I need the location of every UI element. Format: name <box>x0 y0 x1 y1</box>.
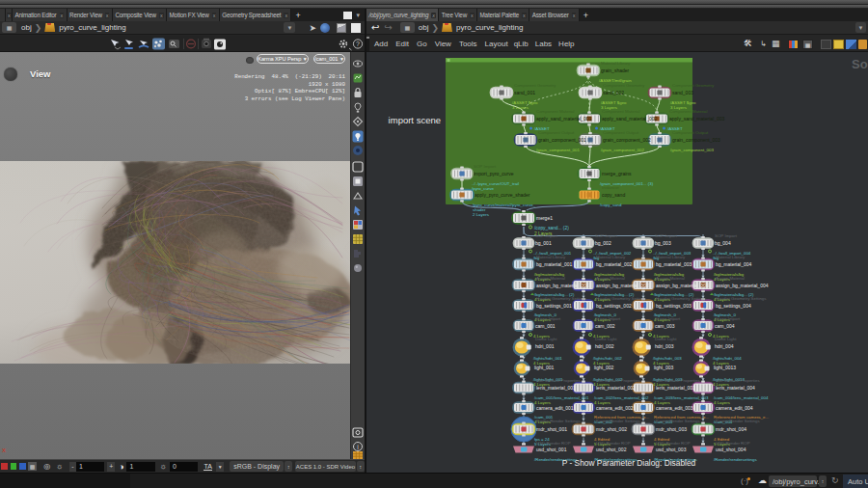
svg-text:/ASSET/mtl/grain: /ASSET/mtl/grain <box>599 78 632 83</box>
svg-text:cam_004: cam_004 <box>715 323 735 329</box>
svg-text:SOP Import: SOP Import <box>535 233 558 238</box>
svg-text:camera_edit_001: camera_edit_001 <box>536 405 574 411</box>
svg-text:hdri_002: hdri_002 <box>595 343 614 349</box>
svg-text:bg_003: bg_003 <box>655 240 671 246</box>
svg-text:mdr_shot_003: mdr_shot_003 <box>656 426 687 432</box>
svg-text:USD Render ROP: USD Render ROP <box>536 441 571 446</box>
svg-text:Houdini Geometry Settings: Houdini Geometry Settings <box>596 296 647 301</box>
svg-text:cam_003: cam_003 <box>655 323 675 329</box>
svg-text:Scene Import: Scene Import <box>535 316 561 321</box>
svg-text:copy_sand: copy_sand <box>602 192 625 198</box>
svg-text:import_pyro_curve: import_pyro_curve <box>474 171 514 176</box>
svg-text:Edit Material Properties: Edit Material Properties <box>716 378 760 383</box>
svg-text:sand_003: sand_003 <box>672 90 693 95</box>
svg-text:Houdini Geometry Settings: Houdini Geometry Settings <box>716 296 767 301</box>
svg-text:bg_material_002: bg_material_002 <box>596 261 632 267</box>
svg-text:?: ? <box>356 41 360 47</box>
svg-text:Assign Material: Assign Material <box>656 276 685 281</box>
svg-text:Material Library: Material Library <box>596 255 626 259</box>
svg-text:Sol: Sol <box>852 57 868 71</box>
svg-text:mdr_shot_004: mdr_shot_004 <box>716 426 746 432</box>
svg-text:usd_shot_002: usd_shot_002 <box>596 447 627 452</box>
svg-text:Karma Render Settings: Karma Render Settings <box>716 419 760 423</box>
svg-text:bg_material_004: bg_material_004 <box>716 261 751 267</box>
svg-text:Component Output: Component Output <box>538 130 575 135</box>
svg-text:Houdini Geometry Settings: Houdini Geometry Settings <box>536 296 587 301</box>
svg-text:/copy_sand... (2): /copy_sand... (2) <box>534 226 569 230</box>
svg-text:/grain_component_002: /grain_component_002 <box>601 148 644 152</box>
svg-text:2 Layers: 2 Layers <box>473 212 490 217</box>
svg-text:usd_shot_004: usd_shot_004 <box>716 447 746 452</box>
svg-text:../../pyro_curve/OUT_trail: ../../pyro_curve/OUT_trail <box>472 181 519 186</box>
svg-text:Houdini Geometry Settings: Houdini Geometry Settings <box>656 296 707 301</box>
svg-text:Material Library: Material Library <box>536 255 566 259</box>
svg-text:Assign Material: Assign Material <box>536 276 565 281</box>
svg-text:Scene Import: Scene Import <box>715 316 741 321</box>
svg-text:usd_shot_001: usd_shot_001 <box>536 447 567 452</box>
svg-text:bg_004: bg_004 <box>715 240 731 246</box>
svg-text:Component Material: Component Material <box>602 109 640 114</box>
svg-text:Dome Light: Dome Light <box>655 337 677 341</box>
svg-text:Edit Material Properties: Edit Material Properties <box>536 378 581 383</box>
svg-text:bg_material_003: bg_material_003 <box>656 261 692 267</box>
svg-text:bg_material_001: bg_material_001 <box>536 261 572 267</box>
svg-text:bg_settings_002: bg_settings_002 <box>596 303 632 309</box>
svg-text:/ASSET $geo: /ASSET $geo <box>670 100 696 105</box>
svg-text:lens_material_002: lens_material_002 <box>596 385 636 391</box>
svg-text:Component Output: Component Output <box>603 130 639 135</box>
svg-text:lens_material_003: lens_material_003 <box>656 385 695 391</box>
svg-text:USD Render ROP: USD Render ROP <box>596 441 631 446</box>
svg-text:bg_002: bg_002 <box>595 240 611 246</box>
svg-text:lens_material_004: lens_material_004 <box>716 385 755 391</box>
svg-text:Assign Material: Assign Material <box>596 276 625 281</box>
svg-text:hdri_001: hdri_001 <box>535 343 555 349</box>
svg-text:light_001: light_001 <box>534 365 555 370</box>
svg-text:hdri_004: hdri_004 <box>715 343 734 349</box>
svg-text:mdr_shot_001: mdr_shot_001 <box>536 426 567 432</box>
svg-text:Edit Material Properties: Edit Material Properties <box>656 378 700 383</box>
svg-text:mdr_shot_002: mdr_shot_002 <box>596 426 627 432</box>
svg-text:/ASSET $geo: /ASSET $geo <box>601 100 627 105</box>
svg-text:assign_bg_material_002: assign_bg_material_002 <box>596 283 649 288</box>
svg-text:/grain_component_001: /grain_component_001 <box>536 148 580 152</box>
svg-text:merge1: merge1 <box>536 215 553 221</box>
svg-text:grain_component_003: grain_component_003 <box>672 137 720 143</box>
svg-text:Component Geometry: Component Geometry <box>672 83 715 88</box>
svg-text:3 Layers: 3 Layers <box>512 105 529 110</box>
svg-text:sand_001: sand_001 <box>514 90 535 95</box>
svg-text:P - Show Parameter Dialog: Dis: P - Show Parameter Dialog: Disabled <box>562 458 696 468</box>
svg-text:Component Material: Component Material <box>669 109 708 114</box>
svg-text:Karma Render Settings: Karma Render Settings <box>536 419 581 423</box>
svg-text:Edit Material Properties: Edit Material Properties <box>596 378 640 383</box>
svg-text:Component Geometry: Component Geometry <box>514 83 556 88</box>
svg-text:apply_sand_material_002: apply_sand_material_002 <box>602 116 657 122</box>
svg-text:sand_002: sand_002 <box>603 90 624 95</box>
svg-text:Material Library: Material Library <box>656 255 686 259</box>
svg-text:/ASSET $geo: /ASSET $geo <box>512 100 538 105</box>
svg-text:merge_grains: merge_grains <box>602 171 632 176</box>
svg-text:Karma Render Settings: Karma Render Settings <box>656 419 700 423</box>
svg-text:camera_edit_002: camera_edit_002 <box>596 405 634 411</box>
svg-text:Component Geometry: Component Geometry <box>603 83 645 88</box>
svg-text:Material Library: Material Library <box>601 61 631 66</box>
svg-text:grain_component_001: grain_component_001 <box>538 137 586 143</box>
svg-text:light_0013: light_0013 <box>714 365 736 370</box>
svg-text:assign_bg_material_001: assign_bg_material_001 <box>536 283 589 288</box>
svg-text:SOP Import: SOP Import <box>655 233 678 238</box>
svg-text:USD Render ROP: USD Render ROP <box>716 441 750 446</box>
svg-text:light_003: light_003 <box>654 365 674 370</box>
svg-text:Component Material: Component Material <box>536 109 575 114</box>
svg-text:cam_002: cam_002 <box>595 323 615 329</box>
svg-text:usd_shot_003: usd_shot_003 <box>656 447 687 452</box>
svg-text:Scene Import: Scene Import <box>595 316 621 321</box>
svg-text:/grain_component_003: /grain_component_003 <box>670 148 714 152</box>
svg-text:cam_001: cam_001 <box>535 323 556 329</box>
svg-text:grain_shader: grain_shader <box>601 68 630 73</box>
svg-text:SOP Import: SOP Import <box>715 233 738 238</box>
svg-text:/Render/rendersettings: /Render/rendersettings <box>714 457 757 462</box>
svg-text:bg_settings_004: bg_settings_004 <box>716 303 751 309</box>
svg-text:Dome Light: Dome Light <box>535 337 557 341</box>
svg-text:Dome Light: Dome Light <box>715 337 737 341</box>
svg-text:import scene: import scene <box>389 115 441 125</box>
svg-text:Instancer: Instancer <box>602 185 620 190</box>
